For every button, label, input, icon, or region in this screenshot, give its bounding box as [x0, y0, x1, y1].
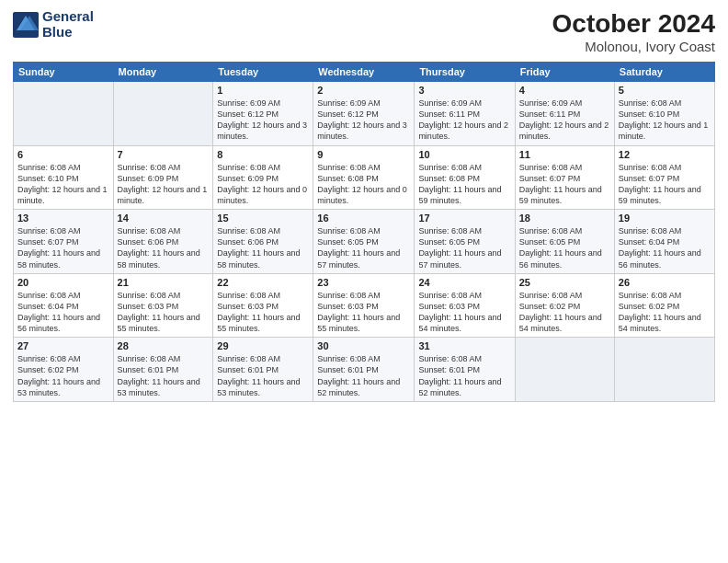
calendar-week-row: 27Sunrise: 6:08 AM Sunset: 6:02 PM Dayli…: [14, 338, 715, 402]
day-number: 27: [17, 340, 109, 351]
day-info: Sunrise: 6:08 AM Sunset: 6:05 PM Dayligh…: [519, 225, 610, 270]
day-info: Sunrise: 6:08 AM Sunset: 6:07 PM Dayligh…: [619, 162, 711, 207]
day-number: 25: [519, 277, 610, 288]
calendar-cell: 19Sunrise: 6:08 AM Sunset: 6:04 PM Dayli…: [614, 210, 714, 274]
day-info: Sunrise: 6:08 AM Sunset: 6:07 PM Dayligh…: [519, 162, 610, 207]
weekday-header: Wednesday: [313, 63, 415, 82]
calendar-subtitle: Molonou, Ivory Coast: [552, 39, 715, 54]
calendar-table: SundayMondayTuesdayWednesdayThursdayFrid…: [13, 62, 715, 402]
day-number: 6: [17, 149, 109, 160]
calendar-cell: 14Sunrise: 6:08 AM Sunset: 6:06 PM Dayli…: [113, 210, 213, 274]
day-info: Sunrise: 6:08 AM Sunset: 6:10 PM Dayligh…: [17, 162, 109, 207]
day-info: Sunrise: 6:08 AM Sunset: 6:07 PM Dayligh…: [17, 225, 109, 270]
calendar-cell: 22Sunrise: 6:08 AM Sunset: 6:03 PM Dayli…: [213, 273, 313, 338]
logo: General Blue: [13, 9, 94, 40]
calendar-cell: 4Sunrise: 6:09 AM Sunset: 6:11 PM Daylig…: [515, 82, 614, 146]
day-info: Sunrise: 6:08 AM Sunset: 6:08 PM Dayligh…: [317, 162, 410, 207]
day-number: 28: [118, 340, 210, 351]
day-number: 5: [619, 85, 711, 96]
calendar-cell: 7Sunrise: 6:08 AM Sunset: 6:09 PM Daylig…: [113, 145, 213, 210]
calendar-cell: 1Sunrise: 6:09 AM Sunset: 6:12 PM Daylig…: [213, 82, 313, 146]
day-number: 10: [418, 149, 510, 160]
calendar-cell: 12Sunrise: 6:08 AM Sunset: 6:07 PM Dayli…: [614, 145, 714, 210]
day-info: Sunrise: 6:08 AM Sunset: 6:05 PM Dayligh…: [418, 225, 510, 270]
day-number: 11: [519, 149, 610, 160]
weekday-header: Saturday: [614, 63, 714, 82]
calendar-week-row: 20Sunrise: 6:08 AM Sunset: 6:04 PM Dayli…: [14, 273, 715, 338]
day-number: 14: [118, 213, 210, 224]
day-info: Sunrise: 6:08 AM Sunset: 6:09 PM Dayligh…: [217, 162, 309, 207]
day-info: Sunrise: 6:09 AM Sunset: 6:12 PM Dayligh…: [317, 98, 410, 143]
calendar-cell: 17Sunrise: 6:08 AM Sunset: 6:05 PM Dayli…: [415, 210, 515, 274]
day-info: Sunrise: 6:09 AM Sunset: 6:12 PM Dayligh…: [217, 98, 309, 143]
day-number: 2: [317, 85, 410, 96]
day-info: Sunrise: 6:08 AM Sunset: 6:08 PM Dayligh…: [418, 162, 510, 207]
day-number: 21: [118, 277, 210, 288]
calendar-cell: 18Sunrise: 6:08 AM Sunset: 6:05 PM Dayli…: [515, 210, 614, 274]
calendar-cell: 29Sunrise: 6:08 AM Sunset: 6:01 PM Dayli…: [213, 338, 313, 402]
logo-icon: [13, 12, 39, 38]
day-number: 8: [217, 149, 309, 160]
day-info: Sunrise: 6:08 AM Sunset: 6:04 PM Dayligh…: [619, 225, 711, 270]
header: General Blue October 2024 Molonou, Ivory…: [13, 9, 715, 54]
day-info: Sunrise: 6:08 AM Sunset: 6:03 PM Dayligh…: [217, 290, 309, 335]
day-info: Sunrise: 6:08 AM Sunset: 6:06 PM Dayligh…: [217, 225, 309, 270]
logo-text: General Blue: [42, 9, 94, 40]
day-info: Sunrise: 6:08 AM Sunset: 6:04 PM Dayligh…: [17, 290, 109, 335]
calendar-week-row: 6Sunrise: 6:08 AM Sunset: 6:10 PM Daylig…: [14, 145, 715, 210]
day-info: Sunrise: 6:08 AM Sunset: 6:03 PM Dayligh…: [317, 290, 410, 335]
day-number: 13: [17, 213, 109, 224]
day-number: 30: [317, 340, 410, 351]
calendar-cell: 21Sunrise: 6:08 AM Sunset: 6:03 PM Dayli…: [113, 273, 213, 338]
day-number: 16: [317, 213, 410, 224]
day-number: 9: [317, 149, 410, 160]
calendar-header: SundayMondayTuesdayWednesdayThursdayFrid…: [14, 63, 715, 82]
day-info: Sunrise: 6:09 AM Sunset: 6:11 PM Dayligh…: [519, 98, 610, 143]
day-info: Sunrise: 6:08 AM Sunset: 6:01 PM Dayligh…: [317, 353, 410, 398]
day-number: 1: [217, 85, 309, 96]
day-number: 23: [317, 277, 410, 288]
calendar-cell: 25Sunrise: 6:08 AM Sunset: 6:02 PM Dayli…: [515, 273, 614, 338]
day-number: 12: [619, 149, 711, 160]
calendar-cell: 20Sunrise: 6:08 AM Sunset: 6:04 PM Dayli…: [14, 273, 114, 338]
calendar-cell: 24Sunrise: 6:08 AM Sunset: 6:03 PM Dayli…: [415, 273, 515, 338]
calendar-cell: 3Sunrise: 6:09 AM Sunset: 6:11 PM Daylig…: [415, 82, 515, 146]
weekday-header: Thursday: [415, 63, 515, 82]
calendar-cell: 11Sunrise: 6:08 AM Sunset: 6:07 PM Dayli…: [515, 145, 614, 210]
calendar-cell: 27Sunrise: 6:08 AM Sunset: 6:02 PM Dayli…: [14, 338, 114, 402]
calendar-cell: 8Sunrise: 6:08 AM Sunset: 6:09 PM Daylig…: [213, 145, 313, 210]
day-info: Sunrise: 6:09 AM Sunset: 6:11 PM Dayligh…: [418, 98, 510, 143]
calendar-cell: [14, 82, 114, 146]
calendar-cell: [515, 338, 614, 402]
calendar-cell: 2Sunrise: 6:09 AM Sunset: 6:12 PM Daylig…: [313, 82, 415, 146]
calendar-cell: 13Sunrise: 6:08 AM Sunset: 6:07 PM Dayli…: [14, 210, 114, 274]
calendar-cell: 15Sunrise: 6:08 AM Sunset: 6:06 PM Dayli…: [213, 210, 313, 274]
day-number: 4: [519, 85, 610, 96]
day-info: Sunrise: 6:08 AM Sunset: 6:02 PM Dayligh…: [619, 290, 711, 335]
logo-line1: General: [42, 9, 94, 25]
day-number: 18: [519, 213, 610, 224]
calendar-cell: 6Sunrise: 6:08 AM Sunset: 6:10 PM Daylig…: [14, 145, 114, 210]
calendar-cell: 31Sunrise: 6:08 AM Sunset: 6:01 PM Dayli…: [415, 338, 515, 402]
day-number: 31: [418, 340, 510, 351]
weekday-header: Friday: [515, 63, 614, 82]
title-block: October 2024 Molonou, Ivory Coast: [552, 9, 715, 54]
calendar-cell: 28Sunrise: 6:08 AM Sunset: 6:01 PM Dayli…: [113, 338, 213, 402]
day-info: Sunrise: 6:08 AM Sunset: 6:10 PM Dayligh…: [619, 98, 711, 143]
logo-line2: Blue: [42, 25, 94, 40]
calendar-cell: 30Sunrise: 6:08 AM Sunset: 6:01 PM Dayli…: [313, 338, 415, 402]
weekday-row: SundayMondayTuesdayWednesdayThursdayFrid…: [14, 63, 715, 82]
calendar-body: 1Sunrise: 6:09 AM Sunset: 6:12 PM Daylig…: [14, 82, 715, 402]
calendar-cell: [614, 338, 714, 402]
day-info: Sunrise: 6:08 AM Sunset: 6:02 PM Dayligh…: [519, 290, 610, 335]
day-number: 3: [418, 85, 510, 96]
day-info: Sunrise: 6:08 AM Sunset: 6:02 PM Dayligh…: [17, 353, 109, 398]
day-number: 15: [217, 213, 309, 224]
weekday-header: Monday: [113, 63, 213, 82]
day-info: Sunrise: 6:08 AM Sunset: 6:01 PM Dayligh…: [217, 353, 309, 398]
calendar-cell: [113, 82, 213, 146]
calendar-week-row: 13Sunrise: 6:08 AM Sunset: 6:07 PM Dayli…: [14, 210, 715, 274]
calendar-week-row: 1Sunrise: 6:09 AM Sunset: 6:12 PM Daylig…: [14, 82, 715, 146]
calendar-cell: 5Sunrise: 6:08 AM Sunset: 6:10 PM Daylig…: [614, 82, 714, 146]
day-number: 24: [418, 277, 510, 288]
